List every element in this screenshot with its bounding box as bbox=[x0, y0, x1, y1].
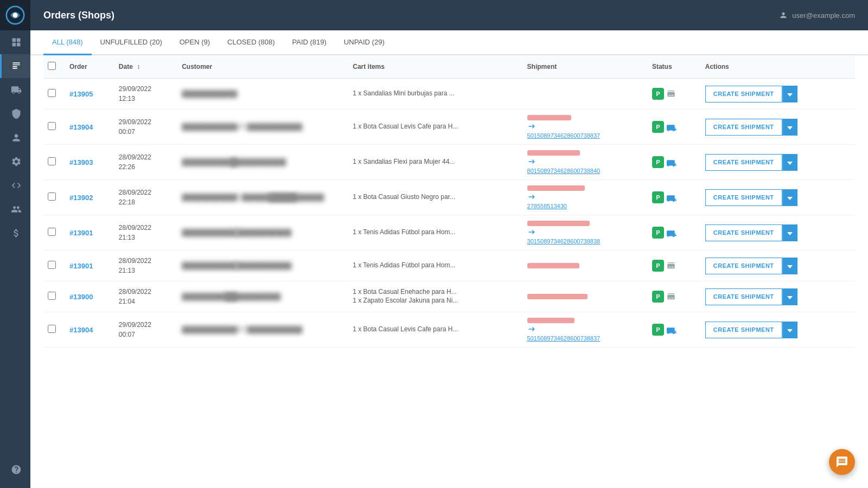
create-shipment-dropdown[interactable] bbox=[782, 322, 797, 338]
create-shipment-button[interactable]: CREATE SHIPMENT bbox=[705, 258, 782, 274]
tracking-number[interactable]: 501508973462860073883​7 bbox=[527, 335, 643, 342]
create-shipment-button[interactable]: CREATE SHIPMENT bbox=[705, 288, 782, 305]
cart-items: 1 x Bota Casual Levis Cafe para H... bbox=[353, 325, 472, 333]
customer-name: ████████████ bbox=[182, 90, 225, 97]
user-menu[interactable]: user@example.com bbox=[779, 11, 855, 20]
row-checkbox[interactable] bbox=[48, 89, 56, 97]
orders-table: Order Date ↕ Customer Cart items Shipmen… bbox=[43, 55, 855, 348]
tracking-number[interactable]: 801508973462860073884​0 bbox=[527, 168, 643, 174]
order-link[interactable]: #13904 bbox=[69, 326, 93, 334]
shipment-label bbox=[527, 221, 590, 226]
topbar: Orders (Shops) user@example.com bbox=[30, 0, 868, 30]
status-badge-p: P bbox=[652, 121, 664, 133]
row-checkbox[interactable] bbox=[48, 228, 56, 236]
select-all-checkbox[interactable] bbox=[48, 62, 56, 70]
ship-icons bbox=[527, 193, 643, 201]
create-shipment-dropdown[interactable] bbox=[782, 154, 797, 171]
svg-rect-4 bbox=[12, 43, 16, 47]
tab-all[interactable]: ALL (848) bbox=[43, 30, 92, 55]
action-group: CREATE SHIPMENT bbox=[705, 154, 851, 171]
sidebar-item-settings[interactable] bbox=[0, 150, 30, 174]
table-row: #1390128/09/202221:13███████████████████… bbox=[43, 215, 855, 251]
table-row: #1390128/09/202221:13███████████████████… bbox=[43, 251, 855, 281]
customer-name: ████████████ bbox=[269, 194, 285, 200]
sidebar-item-security[interactable] bbox=[0, 102, 30, 126]
shipment-cell bbox=[527, 263, 643, 268]
sidebar-item-help[interactable] bbox=[0, 458, 30, 481]
sidebar-item-users[interactable] bbox=[0, 126, 30, 150]
action-group: CREATE SHIPMENT bbox=[705, 86, 851, 102]
tracking-number[interactable]: 278558513430 bbox=[527, 203, 643, 209]
create-shipment-button[interactable]: CREATE SHIPMENT bbox=[705, 119, 782, 136]
tab-open[interactable]: OPEN (9) bbox=[171, 30, 219, 55]
col-cart-items: Cart items bbox=[348, 55, 522, 79]
chevron-down-icon bbox=[787, 126, 793, 130]
tab-paid[interactable]: PAID (819) bbox=[284, 30, 335, 55]
create-shipment-button[interactable]: CREATE SHIPMENT bbox=[705, 322, 782, 338]
order-link[interactable]: #13900 bbox=[69, 293, 93, 301]
status-badge-p: P bbox=[652, 227, 664, 239]
create-shipment-dropdown[interactable] bbox=[782, 288, 797, 305]
order-link[interactable]: #13904 bbox=[69, 123, 93, 131]
customer-name: ████████████ bbox=[182, 326, 247, 332]
sidebar-item-shipments[interactable] bbox=[0, 78, 30, 102]
table-row: #1390328/09/202222:26███████████████████… bbox=[43, 145, 855, 180]
orders-table-wrap: Order Date ↕ Customer Cart items Shipmen… bbox=[30, 55, 868, 348]
row-checkbox[interactable] bbox=[48, 192, 56, 201]
order-link[interactable]: #13901 bbox=[69, 229, 93, 237]
status-box-icon bbox=[666, 89, 676, 98]
sidebar-item-finance[interactable] bbox=[0, 221, 30, 245]
customer-name: ████████████ bbox=[225, 293, 258, 299]
customer-name: ████████████ bbox=[182, 123, 247, 130]
order-link[interactable]: #13905 bbox=[69, 90, 93, 98]
row-checkbox[interactable] bbox=[48, 325, 56, 333]
create-shipment-dropdown[interactable] bbox=[782, 189, 797, 206]
create-shipment-button[interactable]: CREATE SHIPMENT bbox=[705, 189, 782, 206]
action-group: CREATE SHIPMENT bbox=[705, 224, 851, 241]
create-shipment-button[interactable]: CREATE SHIPMENT bbox=[705, 154, 782, 171]
create-shipment-button[interactable]: CREATE SHIPMENT bbox=[705, 224, 782, 241]
select-all-header bbox=[43, 55, 65, 79]
row-checkbox[interactable] bbox=[48, 261, 56, 269]
create-shipment-dropdown[interactable] bbox=[782, 224, 797, 241]
shipment-label-row bbox=[527, 115, 643, 120]
main-content: Orders (Shops) user@example.com ALL (848… bbox=[30, 0, 868, 488]
tracking-number[interactable]: 501508973462860073883​7 bbox=[527, 132, 643, 139]
tab-unfulfilled[interactable]: UNFULFILLED (20) bbox=[92, 30, 171, 55]
tab-closed[interactable]: CLOSED (808) bbox=[219, 30, 283, 55]
app-logo[interactable] bbox=[0, 0, 30, 30]
ship-icons bbox=[527, 158, 643, 165]
chevron-down-icon bbox=[787, 296, 793, 299]
create-shipment-dropdown[interactable] bbox=[782, 258, 797, 274]
order-link[interactable]: #13902 bbox=[69, 194, 93, 202]
chat-button[interactable] bbox=[829, 449, 855, 475]
sidebar-item-team[interactable] bbox=[0, 197, 30, 221]
order-link[interactable]: #13901 bbox=[69, 262, 93, 270]
action-group: CREATE SHIPMENT bbox=[705, 322, 851, 338]
tab-unpaid[interactable]: UNPAID (29) bbox=[335, 30, 393, 55]
row-checkbox[interactable] bbox=[48, 292, 56, 300]
sidebar-item-dashboard[interactable] bbox=[0, 30, 30, 54]
sidebar-item-dev[interactable] bbox=[0, 174, 30, 197]
shipment-cell: 501508973462860073883​7 bbox=[527, 115, 643, 139]
status-badge-p: P bbox=[652, 260, 664, 272]
tracking-number[interactable]: 301508973462860073883​8 bbox=[527, 238, 643, 245]
sidebar bbox=[0, 0, 30, 488]
create-shipment-dropdown[interactable] bbox=[782, 86, 797, 102]
row-checkbox[interactable] bbox=[48, 122, 56, 130]
create-shipment-button[interactable]: CREATE SHIPMENT bbox=[705, 86, 782, 102]
col-date[interactable]: Date ↕ bbox=[114, 55, 177, 79]
create-shipment-dropdown[interactable] bbox=[782, 119, 797, 136]
ship-icons bbox=[527, 123, 643, 130]
ship-arrow-icon bbox=[527, 228, 537, 236]
order-date: 29/09/202200:07 bbox=[119, 320, 173, 339]
order-link[interactable]: #13903 bbox=[69, 158, 93, 166]
svg-rect-5 bbox=[16, 43, 20, 47]
sidebar-item-orders[interactable] bbox=[0, 54, 30, 78]
row-checkbox[interactable] bbox=[48, 157, 56, 165]
cart-items: 1 x Sandalias Mini burbujas para ... bbox=[353, 89, 472, 97]
action-group: CREATE SHIPMENT bbox=[705, 288, 851, 305]
chevron-down-icon bbox=[787, 197, 793, 200]
user-name: user@example.com bbox=[792, 11, 855, 20]
svg-rect-3 bbox=[16, 38, 20, 42]
